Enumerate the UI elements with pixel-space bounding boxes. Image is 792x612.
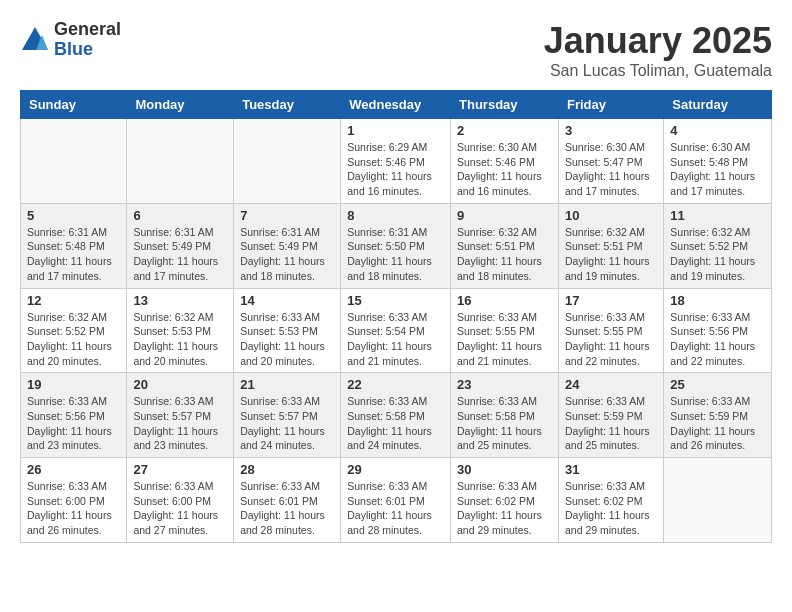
day-number: 11 [670,208,765,223]
calendar-week-row: 5Sunrise: 6:31 AM Sunset: 5:48 PM Daylig… [21,203,772,288]
day-info: Sunrise: 6:33 AM Sunset: 5:53 PM Dayligh… [240,310,334,369]
day-info: Sunrise: 6:32 AM Sunset: 5:51 PM Dayligh… [457,225,552,284]
day-info: Sunrise: 6:31 AM Sunset: 5:49 PM Dayligh… [240,225,334,284]
table-row: 10Sunrise: 6:32 AM Sunset: 5:51 PM Dayli… [558,203,663,288]
table-row [21,119,127,204]
calendar-week-row: 26Sunrise: 6:33 AM Sunset: 6:00 PM Dayli… [21,458,772,543]
day-info: Sunrise: 6:33 AM Sunset: 5:56 PM Dayligh… [27,394,120,453]
table-row: 9Sunrise: 6:32 AM Sunset: 5:51 PM Daylig… [451,203,559,288]
table-row: 25Sunrise: 6:33 AM Sunset: 5:59 PM Dayli… [664,373,772,458]
day-number: 12 [27,293,120,308]
logo-text: General Blue [54,20,121,60]
day-info: Sunrise: 6:31 AM Sunset: 5:50 PM Dayligh… [347,225,444,284]
header-tuesday: Tuesday [234,91,341,119]
day-number: 17 [565,293,657,308]
logo: General Blue [20,20,121,60]
header-friday: Friday [558,91,663,119]
table-row: 5Sunrise: 6:31 AM Sunset: 5:48 PM Daylig… [21,203,127,288]
day-info: Sunrise: 6:33 AM Sunset: 5:59 PM Dayligh… [565,394,657,453]
day-number: 14 [240,293,334,308]
table-row: 13Sunrise: 6:32 AM Sunset: 5:53 PM Dayli… [127,288,234,373]
header-wednesday: Wednesday [341,91,451,119]
day-info: Sunrise: 6:33 AM Sunset: 6:00 PM Dayligh… [27,479,120,538]
table-row: 11Sunrise: 6:32 AM Sunset: 5:52 PM Dayli… [664,203,772,288]
day-info: Sunrise: 6:33 AM Sunset: 6:02 PM Dayligh… [457,479,552,538]
table-row: 2Sunrise: 6:30 AM Sunset: 5:46 PM Daylig… [451,119,559,204]
day-info: Sunrise: 6:33 AM Sunset: 6:01 PM Dayligh… [240,479,334,538]
table-row: 30Sunrise: 6:33 AM Sunset: 6:02 PM Dayli… [451,458,559,543]
day-info: Sunrise: 6:33 AM Sunset: 5:55 PM Dayligh… [565,310,657,369]
day-number: 24 [565,377,657,392]
day-info: Sunrise: 6:31 AM Sunset: 5:49 PM Dayligh… [133,225,227,284]
table-row: 12Sunrise: 6:32 AM Sunset: 5:52 PM Dayli… [21,288,127,373]
page-header: General Blue January 2025 San Lucas Toli… [20,20,772,80]
table-row [664,458,772,543]
day-info: Sunrise: 6:33 AM Sunset: 5:57 PM Dayligh… [133,394,227,453]
day-info: Sunrise: 6:30 AM Sunset: 5:47 PM Dayligh… [565,140,657,199]
day-number: 21 [240,377,334,392]
day-number: 22 [347,377,444,392]
logo-general: General [54,20,121,40]
day-number: 10 [565,208,657,223]
day-number: 16 [457,293,552,308]
table-row: 27Sunrise: 6:33 AM Sunset: 6:00 PM Dayli… [127,458,234,543]
calendar-table: Sunday Monday Tuesday Wednesday Thursday… [20,90,772,543]
day-info: Sunrise: 6:33 AM Sunset: 6:02 PM Dayligh… [565,479,657,538]
calendar-week-row: 1Sunrise: 6:29 AM Sunset: 5:46 PM Daylig… [21,119,772,204]
logo-blue: Blue [54,40,121,60]
day-info: Sunrise: 6:33 AM Sunset: 5:54 PM Dayligh… [347,310,444,369]
table-row: 22Sunrise: 6:33 AM Sunset: 5:58 PM Dayli… [341,373,451,458]
day-number: 1 [347,123,444,138]
day-number: 20 [133,377,227,392]
day-number: 28 [240,462,334,477]
day-number: 18 [670,293,765,308]
header-saturday: Saturday [664,91,772,119]
table-row: 28Sunrise: 6:33 AM Sunset: 6:01 PM Dayli… [234,458,341,543]
day-info: Sunrise: 6:30 AM Sunset: 5:46 PM Dayligh… [457,140,552,199]
day-info: Sunrise: 6:33 AM Sunset: 6:00 PM Dayligh… [133,479,227,538]
table-row: 8Sunrise: 6:31 AM Sunset: 5:50 PM Daylig… [341,203,451,288]
day-number: 31 [565,462,657,477]
day-number: 13 [133,293,227,308]
logo-icon [20,25,50,55]
day-number: 15 [347,293,444,308]
header-thursday: Thursday [451,91,559,119]
weekday-header-row: Sunday Monday Tuesday Wednesday Thursday… [21,91,772,119]
table-row: 17Sunrise: 6:33 AM Sunset: 5:55 PM Dayli… [558,288,663,373]
location-subtitle: San Lucas Toliman, Guatemala [544,62,772,80]
table-row: 23Sunrise: 6:33 AM Sunset: 5:58 PM Dayli… [451,373,559,458]
day-info: Sunrise: 6:33 AM Sunset: 5:57 PM Dayligh… [240,394,334,453]
day-number: 30 [457,462,552,477]
day-info: Sunrise: 6:32 AM Sunset: 5:53 PM Dayligh… [133,310,227,369]
day-info: Sunrise: 6:32 AM Sunset: 5:52 PM Dayligh… [670,225,765,284]
day-number: 26 [27,462,120,477]
table-row: 6Sunrise: 6:31 AM Sunset: 5:49 PM Daylig… [127,203,234,288]
header-monday: Monday [127,91,234,119]
day-number: 3 [565,123,657,138]
header-sunday: Sunday [21,91,127,119]
day-info: Sunrise: 6:33 AM Sunset: 6:01 PM Dayligh… [347,479,444,538]
table-row: 15Sunrise: 6:33 AM Sunset: 5:54 PM Dayli… [341,288,451,373]
day-info: Sunrise: 6:29 AM Sunset: 5:46 PM Dayligh… [347,140,444,199]
day-number: 4 [670,123,765,138]
table-row: 24Sunrise: 6:33 AM Sunset: 5:59 PM Dayli… [558,373,663,458]
table-row: 3Sunrise: 6:30 AM Sunset: 5:47 PM Daylig… [558,119,663,204]
day-info: Sunrise: 6:33 AM Sunset: 5:56 PM Dayligh… [670,310,765,369]
table-row: 21Sunrise: 6:33 AM Sunset: 5:57 PM Dayli… [234,373,341,458]
title-block: January 2025 San Lucas Toliman, Guatemal… [544,20,772,80]
day-info: Sunrise: 6:33 AM Sunset: 5:58 PM Dayligh… [347,394,444,453]
day-info: Sunrise: 6:33 AM Sunset: 5:55 PM Dayligh… [457,310,552,369]
day-info: Sunrise: 6:33 AM Sunset: 5:58 PM Dayligh… [457,394,552,453]
table-row [127,119,234,204]
day-number: 2 [457,123,552,138]
table-row: 20Sunrise: 6:33 AM Sunset: 5:57 PM Dayli… [127,373,234,458]
day-number: 25 [670,377,765,392]
day-number: 19 [27,377,120,392]
table-row: 31Sunrise: 6:33 AM Sunset: 6:02 PM Dayli… [558,458,663,543]
day-number: 23 [457,377,552,392]
table-row: 29Sunrise: 6:33 AM Sunset: 6:01 PM Dayli… [341,458,451,543]
month-title: January 2025 [544,20,772,62]
day-number: 6 [133,208,227,223]
table-row [234,119,341,204]
table-row: 16Sunrise: 6:33 AM Sunset: 5:55 PM Dayli… [451,288,559,373]
